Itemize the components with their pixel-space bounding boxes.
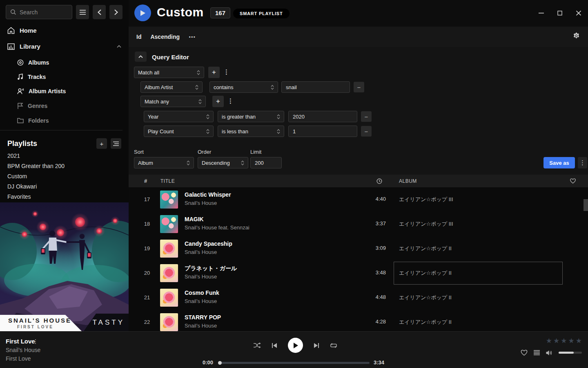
playlist-item-bpm[interactable]: BPM Greater than 200 [7, 163, 65, 169]
remove-rule1-button[interactable]: − [354, 82, 364, 92]
save-menu-button[interactable]: ⋮ [578, 157, 587, 168]
sidebar-item-folders[interactable]: Folders [17, 117, 49, 124]
more-options-button[interactable]: ⋯ [189, 33, 196, 41]
add-playlist-button[interactable]: + [96, 138, 107, 149]
limit-input[interactable]: 200 [250, 157, 282, 168]
select-arrows-icon [206, 129, 209, 134]
shuffle-button[interactable] [253, 342, 261, 348]
seek-knob[interactable] [218, 361, 222, 365]
forward-button[interactable] [109, 5, 122, 19]
group-menu-button-2[interactable]: ⋮ [227, 97, 234, 105]
star-icon[interactable]: ★ [553, 337, 559, 345]
star-icon[interactable]: ★ [576, 337, 582, 345]
rule1-field-select[interactable]: Album Artist [140, 81, 203, 93]
select-arrows-icon [277, 114, 280, 119]
playlist-item-2021[interactable]: 2021 [7, 153, 20, 159]
sort-select[interactable]: Album [134, 157, 194, 168]
table-row[interactable]: 21 Cosmo Funk Snail’s House 4:48 エイリアン☆ポ… [129, 285, 588, 310]
table-row[interactable]: 19 Candy Spaceship Snail’s House 3:09 エイ… [129, 236, 588, 261]
table-row[interactable]: 17 Galactic Whisper Snail’s House 4:40 エ… [129, 187, 588, 212]
track-artist: Snail’s House [185, 274, 217, 280]
chevron-up-icon[interactable] [117, 45, 121, 48]
table-row[interactable]: 22 STARRY POP Snail’s House 4:28 エイリアン☆ポ… [129, 310, 588, 331]
window-close-button[interactable] [572, 7, 585, 19]
previous-track-button[interactable] [272, 343, 277, 348]
next-track-button[interactable] [314, 343, 319, 348]
add-rule-button-2[interactable]: + [212, 96, 224, 107]
sort-order-button[interactable]: Ascending [150, 34, 180, 40]
rule1-value-input[interactable]: snail [281, 81, 350, 93]
scrollbar-thumb[interactable] [584, 199, 588, 211]
sidebar-item-home[interactable]: Home [7, 27, 37, 34]
track-title: MAGIK [185, 216, 204, 222]
volume-icon[interactable] [546, 350, 552, 356]
match-select-2[interactable]: Match any [140, 96, 206, 107]
sidebar-item-label: Tracks [28, 74, 46, 80]
hamburger-icon [80, 10, 86, 15]
remove-rule3-button[interactable]: − [361, 126, 372, 137]
seek-bar[interactable] [218, 362, 370, 364]
track-album: エイリアン☆ポップ III [399, 196, 453, 203]
favorite-heart-icon[interactable] [521, 350, 528, 356]
rule3-operator-select[interactable]: is less than [218, 126, 284, 137]
queue-icon[interactable] [534, 350, 540, 355]
play-playlist-button[interactable] [134, 4, 151, 21]
window-maximize-button[interactable] [554, 7, 566, 19]
column-index[interactable]: # [144, 178, 147, 184]
sidebar-item-label: Home [20, 27, 37, 34]
table-row[interactable]: 20 プラネット・ガール Snail’s House 3:48 エイリアン☆ポッ… [129, 261, 588, 285]
playlist-item-dj-okawari[interactable]: DJ Okawari [7, 183, 37, 190]
rule3-value-input[interactable]: 1 [288, 126, 357, 137]
favorite-heart-icon[interactable] [570, 178, 576, 184]
star-icon[interactable]: ★ [561, 337, 567, 345]
star-icon[interactable]: ★ [568, 337, 575, 345]
sidebar-item-library[interactable]: Library [7, 43, 121, 50]
disc-icon [17, 59, 24, 66]
sidebar-item-album-artists[interactable]: Album Artists [17, 88, 66, 94]
playlist-item-custom[interactable]: Custom [7, 173, 27, 180]
rule2-operator-select[interactable]: is greater than [218, 111, 284, 122]
menu-button[interactable] [76, 5, 89, 19]
duration-clock-icon[interactable] [376, 178, 382, 184]
track-duration: 4:28 [361, 319, 386, 325]
table-header: # TITLE ALBUM [129, 175, 588, 187]
volume-slider[interactable] [559, 352, 582, 354]
match-select-1[interactable]: Match all [134, 67, 204, 78]
select-arrows-icon [271, 85, 274, 90]
playlist-item-favorites[interactable]: Favorites [7, 193, 31, 200]
rule2-value-input[interactable]: 2020 [288, 111, 357, 122]
table-row[interactable]: 18 MAGIK Snail’s House feat. Sennzai 3:3… [129, 212, 588, 236]
star-icon[interactable]: ★ [546, 337, 552, 345]
repeat-button[interactable] [330, 343, 337, 348]
sidebar-item-genres[interactable]: Genres [17, 103, 47, 109]
list-icon [113, 141, 119, 146]
column-album[interactable]: ALBUM [399, 178, 417, 184]
track-count-badge: 167 [210, 7, 230, 18]
sidebar-item-albums[interactable]: Albums [17, 59, 49, 66]
collapse-query-button[interactable] [135, 52, 147, 62]
group-menu-button-1[interactable]: ⋮ [223, 68, 229, 76]
settings-gear-icon[interactable] [573, 32, 580, 39]
remove-rule2-button[interactable]: − [361, 111, 372, 122]
track-duration: 3:48 [361, 269, 386, 276]
add-rule-button-1[interactable]: + [208, 67, 220, 78]
rule3-field-select[interactable]: Play Count [144, 126, 214, 137]
rating-stars: ★ ★ ★ ★ ★ [546, 337, 582, 345]
app-window: Search Home [0, 0, 588, 368]
rule2-field-select[interactable]: Year [144, 111, 214, 122]
now-playing-menu-button[interactable]: ⋮ [33, 338, 38, 345]
playlist-list-button[interactable] [111, 138, 121, 149]
now-playing-artwork: SNAIL'S HOUSE FIRST LOVE TASTY [0, 202, 129, 331]
order-select[interactable]: Descending [198, 157, 248, 168]
limit-label: Limit [250, 149, 261, 155]
play-pause-button[interactable] [288, 338, 303, 353]
sort-field-button[interactable]: Id [136, 34, 141, 40]
window-minimize-button[interactable] [535, 7, 547, 19]
sidebar-item-tracks[interactable]: Tracks [17, 74, 46, 80]
search-input[interactable]: Search [6, 5, 72, 19]
back-button[interactable] [93, 5, 106, 19]
column-title[interactable]: TITLE [160, 178, 175, 184]
volume-fill [559, 352, 574, 354]
rule1-operator-select[interactable]: contains [209, 81, 278, 93]
save-as-button[interactable]: Save as [543, 157, 575, 168]
